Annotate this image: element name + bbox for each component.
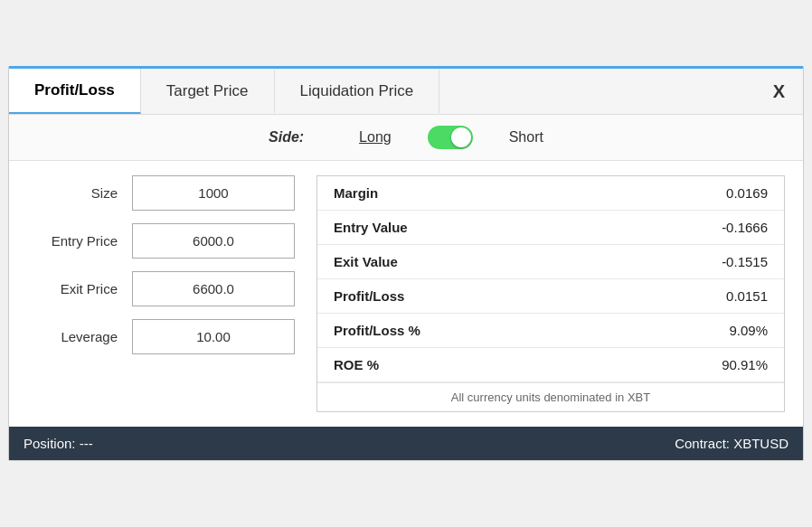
tab-bar: Profit/Loss Target Price Liquidation Pri… [9, 69, 803, 115]
size-input[interactable] [132, 175, 295, 211]
footer: Position: --- Contract: XBTUSD [9, 427, 803, 460]
exit-price-input[interactable] [132, 271, 295, 306]
result-roe: ROE % 90.91% [317, 348, 784, 382]
exit-value-value: -0.1515 [722, 254, 768, 269]
result-exit-value: Exit Value -0.1515 [317, 245, 784, 279]
entry-price-label: Entry Price [27, 233, 118, 249]
calculator-panel: Profit/Loss Target Price Liquidation Pri… [8, 66, 804, 461]
tab-liquidation-price[interactable]: Liquidation Price [275, 70, 440, 113]
roe-value: 90.91% [722, 357, 768, 372]
entry-value-value: -0.1666 [722, 220, 768, 235]
tab-profit-loss[interactable]: Profit/Loss [9, 69, 141, 114]
results-panel: Margin 0.0169 Entry Value -0.1666 Exit V… [316, 175, 785, 412]
position-label: Position: --- [24, 436, 93, 451]
tab-target-price[interactable]: Target Price [141, 70, 275, 113]
size-label: Size [27, 185, 118, 201]
currency-note: All currency units denominated in XBT [317, 382, 784, 411]
exit-price-label: Exit Price [27, 281, 118, 296]
side-toggle[interactable] [428, 126, 473, 149]
close-button[interactable]: X [755, 72, 803, 111]
side-row: Side: Long Short [9, 115, 803, 161]
input-panel: Size Entry Price Exit Price Leverage [27, 175, 298, 412]
entry-value-key: Entry Value [334, 220, 408, 235]
input-row-leverage: Leverage [27, 319, 298, 354]
margin-key: Margin [334, 185, 378, 201]
result-profit-loss: Profit/Loss 0.0151 [317, 279, 784, 314]
result-entry-value: Entry Value -0.1666 [317, 211, 784, 245]
input-row-exit-price: Exit Price [27, 271, 298, 306]
result-profit-loss-pct: Profit/Loss % 9.09% [317, 314, 784, 348]
side-toggle-wrap [428, 126, 473, 149]
side-long-label[interactable]: Long [359, 129, 392, 146]
input-row-entry-price: Entry Price [27, 223, 298, 259]
contract-label: Contract: XBTUSD [675, 436, 788, 451]
profit-loss-key: Profit/Loss [334, 288, 404, 304]
leverage-input[interactable] [132, 319, 295, 354]
result-margin: Margin 0.0169 [317, 176, 784, 211]
entry-price-input[interactable] [132, 223, 295, 259]
toggle-knob [451, 127, 471, 147]
leverage-label: Leverage [27, 329, 118, 344]
roe-key: ROE % [334, 357, 379, 372]
profit-loss-value: 0.0151 [726, 288, 768, 304]
profit-loss-pct-value: 9.09% [729, 323, 768, 338]
main-content: Size Entry Price Exit Price Leverage Mar… [9, 161, 803, 427]
input-row-size: Size [27, 175, 298, 211]
exit-value-key: Exit Value [334, 254, 398, 269]
margin-value: 0.0169 [726, 185, 768, 201]
side-label: Side: [269, 129, 323, 146]
side-short-label[interactable]: Short [509, 129, 543, 146]
profit-loss-pct-key: Profit/Loss % [334, 323, 420, 338]
